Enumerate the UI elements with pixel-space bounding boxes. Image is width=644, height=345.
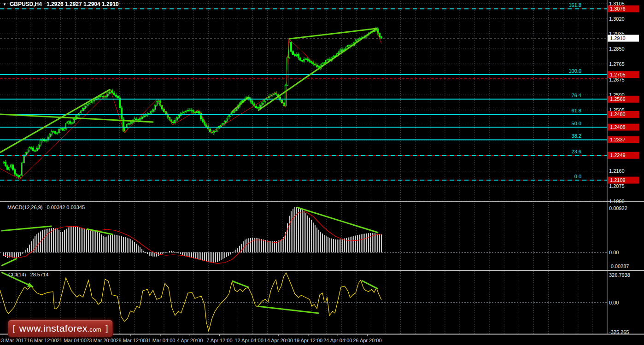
svg-text:13 Mar 2017: 13 Mar 2017 <box>0 338 27 343</box>
logo-text: www.instaforex <box>19 323 88 334</box>
svg-text:31 Mar 04:00: 31 Mar 04:00 <box>146 338 176 343</box>
svg-text:50.0: 50.0 <box>572 121 581 126</box>
svg-text:1.2765: 1.2765 <box>609 61 625 67</box>
svg-text:1.2249: 1.2249 <box>610 152 626 158</box>
svg-text:24 Apr 04:00: 24 Apr 04:00 <box>323 338 352 343</box>
macd-values: 0.00342 0.00345 <box>47 205 85 210</box>
logo-left-bracket: [ <box>13 323 15 333</box>
svg-text:12 Apr 04:00: 12 Apr 04:00 <box>234 338 263 343</box>
svg-text:1.2566: 1.2566 <box>610 96 626 102</box>
svg-text:1.1990: 1.1990 <box>609 199 625 204</box>
cci-name: CCI(14) <box>8 272 26 277</box>
logo-suffix: .com <box>88 326 101 333</box>
svg-text:-0.00287: -0.00287 <box>609 263 629 269</box>
chart-canvas[interactable]: 161.8100.076.461.850.038.223.60.01.31051… <box>0 0 644 345</box>
macd-name: MACD(12,26,9) <box>7 205 42 210</box>
svg-text:26 Apr 20:00: 26 Apr 20:00 <box>353 338 381 343</box>
chart-title-bar: ▼ GBPUSD,H4 1.2926 1.2927 1.2904 1.2910 <box>3 1 119 7</box>
macd-indicator-label: MACD(12,26,9) 0.00342 0.00345 <box>7 205 85 210</box>
svg-text:21 Mar 04:00: 21 Mar 04:00 <box>57 338 87 343</box>
svg-text:326.7938: 326.7938 <box>609 272 630 278</box>
svg-text:-325.265: -325.265 <box>609 329 629 335</box>
svg-text:1.2910: 1.2910 <box>610 35 626 41</box>
svg-text:38.2: 38.2 <box>572 133 581 139</box>
svg-text:28 Mar 12:00: 28 Mar 12:00 <box>116 338 146 343</box>
svg-text:1.2850: 1.2850 <box>609 46 625 52</box>
logo-right-bracket: ] <box>105 323 108 333</box>
chart-ohlc-values: 1.2926 1.2927 1.2904 1.2910 <box>47 1 119 7</box>
svg-text:1.2075: 1.2075 <box>609 183 625 189</box>
svg-text:0.00: 0.00 <box>609 250 619 255</box>
svg-text:161.8: 161.8 <box>568 2 581 8</box>
svg-text:1.3076: 1.3076 <box>610 6 626 12</box>
svg-text:1.2705: 1.2705 <box>610 72 626 77</box>
svg-text:4 Apr 20:00: 4 Apr 20:00 <box>177 338 203 343</box>
instaforex-watermark: [ www.instaforex .com ] <box>8 320 113 337</box>
svg-text:1.2160: 1.2160 <box>609 168 625 174</box>
svg-text:19 Apr 12:00: 19 Apr 12:00 <box>294 338 322 343</box>
svg-text:1.3020: 1.3020 <box>609 16 625 22</box>
cci-indicator-label: CCI(14) 28.5714 <box>8 272 48 277</box>
svg-text:1.2480: 1.2480 <box>610 111 626 117</box>
svg-text:0.00: 0.00 <box>609 300 619 305</box>
cci-value: 28.5714 <box>30 272 49 277</box>
svg-text:16 Mar 12:00: 16 Mar 12:00 <box>27 338 57 343</box>
chart-symbol-label: GBPUSD,H4 <box>10 1 42 7</box>
chart-menu-icon[interactable]: ▼ <box>3 2 6 6</box>
svg-text:23 Mar 20:00: 23 Mar 20:00 <box>86 338 116 343</box>
svg-text:1.2408: 1.2408 <box>610 124 626 130</box>
svg-text:0.0: 0.0 <box>574 174 581 179</box>
svg-text:1.2337: 1.2337 <box>610 137 626 142</box>
svg-text:7 Apr 12:00: 7 Apr 12:00 <box>206 338 232 343</box>
svg-text:1.2109: 1.2109 <box>610 177 626 183</box>
svg-text:76.4: 76.4 <box>572 93 581 98</box>
trading-chart-window: 161.8100.076.461.850.038.223.60.01.31051… <box>0 0 644 345</box>
svg-text:14 Apr 20:00: 14 Apr 20:00 <box>264 338 293 343</box>
svg-text:0.00922: 0.00922 <box>609 205 627 211</box>
svg-text:100.0: 100.0 <box>568 68 581 74</box>
svg-text:23.6: 23.6 <box>572 149 581 154</box>
svg-text:61.8: 61.8 <box>572 108 581 113</box>
